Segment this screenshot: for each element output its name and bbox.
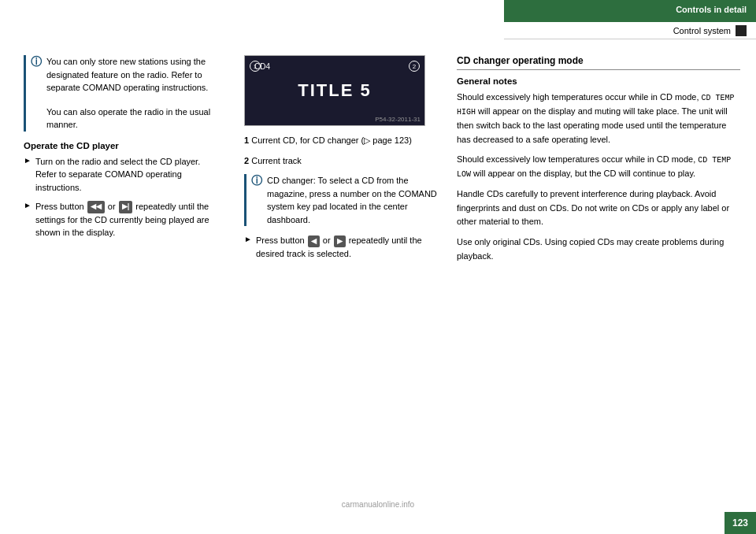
info-box-left: ⓘ You can only store new stations using … — [24, 55, 220, 132]
watermark: carmanualonline.info — [342, 500, 414, 509]
cd-display-inner: 1 CD4 2 TITLE 5 P54-32-2011-31 — [245, 56, 424, 125]
left-column: ⓘ You can only store new stations using … — [0, 47, 236, 502]
image-ref: P54-32-2011-31 — [375, 116, 421, 123]
button-next-inline: ▶| — [119, 201, 133, 213]
bullet-arrow-1: ► — [24, 156, 32, 165]
info-icon: ⓘ — [31, 55, 42, 132]
bullet-item-1: ► Turn on the radio and select the CD pl… — [24, 155, 220, 195]
button-prev-inline: ◀◀ — [87, 201, 105, 213]
control-system-text: Control system — [673, 26, 731, 35]
cd-circle-2: 2 — [409, 61, 420, 72]
bullet-arrow-mid: ► — [244, 235, 252, 243]
bullet-arrow-2: ► — [24, 201, 32, 210]
caption-2: 2 Current track — [244, 154, 437, 169]
cd-label: CD4 — [254, 62, 270, 71]
right-section-title: CD changer operating mode — [457, 55, 740, 70]
right-para-2: Should excessively low temperatures occu… — [457, 153, 740, 181]
button-next-mid: ▶ — [334, 235, 346, 248]
main-content: ⓘ You can only store new stations using … — [0, 47, 756, 502]
code-high: CD TEMP HIGH — [457, 94, 735, 117]
page-number: 123 — [724, 512, 756, 534]
bullet-item-mid: ► Press button ◀ or ▶ repeatedly until t… — [244, 234, 437, 260]
right-para-1: Should excessively high temperatures occ… — [457, 91, 740, 146]
middle-column: 1 CD4 2 TITLE 5 P54-32-2011-31 1 Current… — [236, 47, 449, 502]
info-icon-mid: ⓘ — [251, 174, 262, 226]
info-text-2: You can also operate the radio in the us… — [46, 106, 220, 132]
info-text-1: You can only store new stations using th… — [46, 55, 220, 95]
header-bar: Controls in detail — [504, 0, 756, 22]
controls-in-detail-label: Controls in detail — [504, 0, 756, 22]
right-column: CD changer operating mode General notes … — [449, 47, 756, 502]
right-subsection-title: General notes — [457, 76, 740, 86]
bullet-text-2: Press button ◀◀ or ▶| repeatedly until t… — [35, 200, 220, 239]
cd-display: 1 CD4 2 TITLE 5 P54-32-2011-31 — [244, 55, 425, 126]
bullet-text-1: Turn on the radio and select the CD play… — [35, 155, 220, 195]
bullet-item-2: ► Press button ◀◀ or ▶| repeatedly until… — [24, 200, 220, 239]
control-system-row: Control system — [504, 22, 756, 39]
cd-title: TITLE 5 — [298, 80, 371, 101]
operate-cd-heading: Operate the CD player — [24, 141, 220, 150]
bullet-text-mid: Press button ◀ or ▶ repeatedly until the… — [256, 234, 437, 260]
info-text-mid: CD changer: To select a CD from the maga… — [267, 174, 437, 226]
info-box-middle: ⓘ CD changer: To select a CD from the ma… — [244, 174, 437, 226]
caption-1: 1 Current CD, for CD changer (▷ page 123… — [244, 134, 437, 148]
button-prev-mid: ◀ — [308, 235, 320, 248]
right-para-3: Handle CDs carefully to prevent interfer… — [457, 187, 740, 229]
right-para-4: Use only original CDs. Using copied CDs … — [457, 235, 740, 263]
control-system-indicator — [736, 25, 747, 36]
